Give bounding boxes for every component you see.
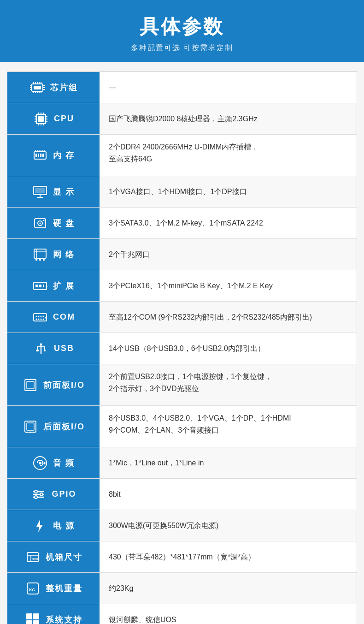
svg-rect-19 [38,116,44,122]
chipset-icon [29,79,46,96]
svg-rect-86 [27,423,34,430]
spec-row-com: COM至高12个COM (9个RS232内部引出，2个RS232/485内部引出… [7,302,357,333]
svg-rect-1 [34,86,41,89]
cpu-icon [33,111,49,127]
spec-label-rear-io: 后面板I/O [7,406,100,447]
spec-label-text-weight: 整机重量 [46,583,82,594]
spec-value-com: 至高12个COM (9个RS232内部引出，2个RS232/485内部引出) [100,302,357,333]
svg-point-99 [35,496,37,499]
spec-row-harddisk: 硬 盘3个SATA3.0、1个M.2 M-key、1个mSATA 2242 [7,208,357,239]
svg-point-68 [36,318,37,320]
spec-label-power: 电 源 [7,510,100,541]
weight-icon: KG [24,580,41,597]
spec-value-harddisk: 3个SATA3.0、1个M.2 M-key、1个mSATA 2242 [100,208,357,238]
svg-point-50 [43,220,45,221]
display-icon [32,184,48,200]
spec-value-chipset: — [100,72,357,103]
spec-label-front-io: 前面板I/O [7,364,100,405]
spec-value-audio: 1*Mic，1*Line out，1*Line in [100,447,357,478]
svg-rect-81 [27,381,34,389]
memory-icon [32,147,48,164]
svg-point-49 [40,222,41,224]
svg-point-64 [36,315,37,317]
svg-rect-107 [26,613,32,619]
spec-value-network: 2个千兆网口 [100,239,357,270]
svg-point-91 [39,462,41,464]
svg-rect-56 [43,259,45,261]
svg-rect-76 [36,350,39,351]
spec-row-front-io: 前面板I/O2个前置USB2.0接口，1个电源按键，1个复位键，2个指示灯，3个… [7,364,357,406]
svg-rect-55 [39,259,41,261]
svg-rect-33 [35,154,37,157]
spec-label-text-network: 网 络 [53,249,75,260]
spec-value-display: 1个VGA接口、1个HDMI接口、1个DP接口 [100,176,357,207]
spec-label-usb: USB [7,333,100,364]
spec-table: 芯片组— CPU国产飞腾腾锐D2000 8核处理器，主频2.3GHz 内 存2个… [7,71,357,624]
svg-marker-79 [40,343,42,345]
harddisk-icon [32,215,48,232]
svg-rect-63 [34,314,47,321]
spec-label-text-power: 电 源 [53,520,75,531]
svg-text:mm: mm [32,557,38,561]
os-icon [24,612,41,624]
page-subtitle: 多种配置可选 可按需求定制 [9,43,355,53]
spec-row-display: 显 示1个VGA接口、1个HDMI接口、1个DP接口 [7,176,357,208]
spec-label-expansion: 扩 展 [7,270,100,301]
spec-row-usb: USB14个USB（8个USB3.0，6个USB2.0内部引出） [7,333,357,364]
chassis-icon: mm [24,549,41,565]
spec-value-chassis: 430（带耳朵482）*481*177mm（宽*深*高） [100,541,357,572]
spec-value-usb: 14个USB（8个USB3.0，6个USB2.0内部引出） [100,333,357,364]
power-icon [32,517,48,534]
spec-label-os: 系统支持 [7,604,100,624]
spec-label-com: COM [7,302,100,333]
spec-label-cpu: CPU [7,103,100,134]
svg-rect-36 [42,154,44,157]
spec-label-text-audio: 音 频 [53,458,75,469]
spec-value-weight: 约23Kg [100,573,357,604]
audio-icon [32,455,48,471]
svg-rect-46 [35,188,45,193]
expansion-icon [32,278,48,294]
svg-rect-109 [26,620,32,624]
svg-rect-34 [38,154,39,157]
svg-point-98 [40,493,43,496]
spec-row-power: 电 源300W电源(可更换550W冗余电源) [7,510,357,541]
spec-value-expansion: 3个PCIeX16、1个miniPCle B Key、1个M.2 E Key [100,270,357,301]
spec-label-text-usb: USB [54,344,74,353]
svg-rect-59 [39,285,41,287]
spec-label-network: 网 络 [7,239,100,270]
spec-row-gpio: GPIO8bit [7,479,357,510]
svg-point-71 [43,318,44,320]
front-io-icon [22,377,39,393]
svg-point-66 [41,315,42,317]
spec-row-rear-io: 后面板I/O8个USB3.0、4个USB2.0、1个VGA、1个DP、1个HDM… [7,406,357,447]
spec-label-display: 显 示 [7,176,100,207]
spec-row-network: 网 络2个千兆网口 [7,239,357,270]
gpio-icon [30,486,47,503]
spec-label-text-cpu: CPU [54,114,74,124]
spec-label-text-com: COM [53,312,75,322]
page-header: 具体参数 多种配置可选 可按需求定制 [0,0,364,62]
svg-point-70 [41,318,42,320]
svg-point-72 [45,317,47,318]
svg-rect-108 [33,613,39,619]
spec-row-cpu: CPU国产飞腾腾锐D2000 8核处理器，主频2.3GHz [7,103,357,135]
spec-row-memory: 内 存2个DDR4 2400/2666MHz U-DIMM内存插槽，至高支持64… [7,135,357,176]
svg-rect-60 [43,285,44,287]
svg-rect-35 [40,154,41,157]
svg-rect-51 [34,249,46,258]
spec-value-power: 300W电源(可更换550W冗余电源) [100,510,357,541]
spec-label-chipset: 芯片组 [7,72,100,103]
spec-label-text-chassis: 机箱尺寸 [46,552,82,563]
spec-value-rear-io: 8个USB3.0、4个USB2.0、1个VGA、1个DP、1个HDMI9个COM… [100,406,357,447]
spec-label-memory: 内 存 [7,135,100,176]
svg-rect-58 [35,285,38,287]
spec-row-chassis: mm 机箱尺寸430（带耳朵482）*481*177mm（宽*深*高） [7,541,357,573]
spec-row-weight: KG 整机重量约23Kg [7,573,357,604]
svg-point-78 [44,350,46,351]
spec-label-harddisk: 硬 盘 [7,208,100,238]
svg-rect-54 [35,259,37,261]
spec-label-gpio: GPIO [7,479,100,510]
spec-label-text-os: 系统支持 [46,614,82,624]
spec-label-text-front-io: 前面板I/O [43,380,85,391]
